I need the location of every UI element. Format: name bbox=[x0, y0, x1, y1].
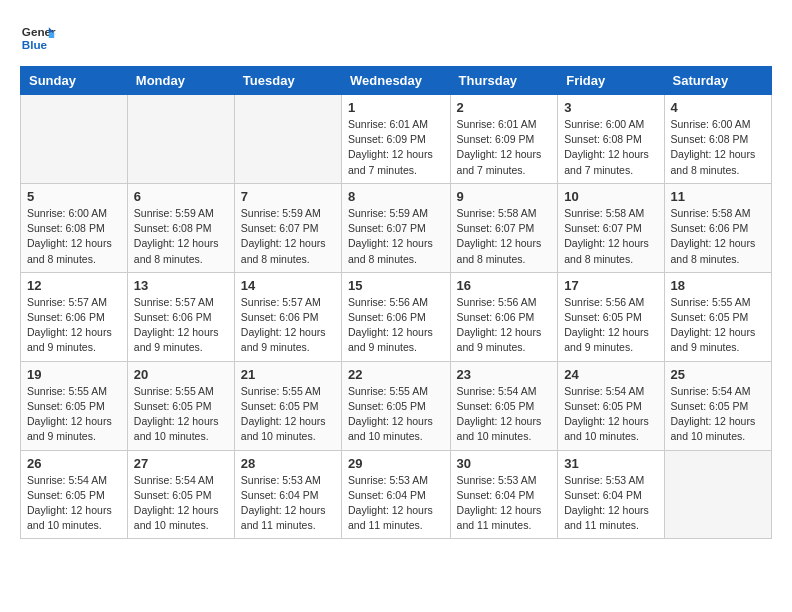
day-number: 16 bbox=[457, 278, 552, 293]
calendar-cell bbox=[234, 95, 341, 184]
day-info: Sunrise: 5:56 AM Sunset: 6:06 PM Dayligh… bbox=[457, 295, 552, 356]
day-number: 9 bbox=[457, 189, 552, 204]
day-number: 31 bbox=[564, 456, 657, 471]
day-number: 12 bbox=[27, 278, 121, 293]
calendar-cell: 18Sunrise: 5:55 AM Sunset: 6:05 PM Dayli… bbox=[664, 272, 771, 361]
calendar-cell: 11Sunrise: 5:58 AM Sunset: 6:06 PM Dayli… bbox=[664, 183, 771, 272]
calendar-cell: 26Sunrise: 5:54 AM Sunset: 6:05 PM Dayli… bbox=[21, 450, 128, 539]
day-number: 19 bbox=[27, 367, 121, 382]
day-info: Sunrise: 5:55 AM Sunset: 6:05 PM Dayligh… bbox=[671, 295, 765, 356]
day-number: 8 bbox=[348, 189, 444, 204]
day-info: Sunrise: 5:54 AM Sunset: 6:05 PM Dayligh… bbox=[134, 473, 228, 534]
calendar-cell bbox=[664, 450, 771, 539]
weekday-header-tuesday: Tuesday bbox=[234, 67, 341, 95]
day-info: Sunrise: 5:54 AM Sunset: 6:05 PM Dayligh… bbox=[671, 384, 765, 445]
calendar-cell: 7Sunrise: 5:59 AM Sunset: 6:07 PM Daylig… bbox=[234, 183, 341, 272]
day-number: 18 bbox=[671, 278, 765, 293]
calendar-cell: 27Sunrise: 5:54 AM Sunset: 6:05 PM Dayli… bbox=[127, 450, 234, 539]
day-info: Sunrise: 5:56 AM Sunset: 6:06 PM Dayligh… bbox=[348, 295, 444, 356]
calendar-cell: 21Sunrise: 5:55 AM Sunset: 6:05 PM Dayli… bbox=[234, 361, 341, 450]
day-number: 13 bbox=[134, 278, 228, 293]
weekday-header-row: SundayMondayTuesdayWednesdayThursdayFrid… bbox=[21, 67, 772, 95]
weekday-header-saturday: Saturday bbox=[664, 67, 771, 95]
calendar-cell: 31Sunrise: 5:53 AM Sunset: 6:04 PM Dayli… bbox=[558, 450, 664, 539]
day-number: 24 bbox=[564, 367, 657, 382]
day-number: 30 bbox=[457, 456, 552, 471]
day-info: Sunrise: 5:56 AM Sunset: 6:05 PM Dayligh… bbox=[564, 295, 657, 356]
day-info: Sunrise: 5:53 AM Sunset: 6:04 PM Dayligh… bbox=[457, 473, 552, 534]
day-info: Sunrise: 5:57 AM Sunset: 6:06 PM Dayligh… bbox=[27, 295, 121, 356]
day-number: 23 bbox=[457, 367, 552, 382]
day-number: 21 bbox=[241, 367, 335, 382]
day-info: Sunrise: 5:55 AM Sunset: 6:05 PM Dayligh… bbox=[348, 384, 444, 445]
day-info: Sunrise: 6:01 AM Sunset: 6:09 PM Dayligh… bbox=[457, 117, 552, 178]
day-info: Sunrise: 5:55 AM Sunset: 6:05 PM Dayligh… bbox=[134, 384, 228, 445]
calendar-cell: 12Sunrise: 5:57 AM Sunset: 6:06 PM Dayli… bbox=[21, 272, 128, 361]
day-info: Sunrise: 5:58 AM Sunset: 6:07 PM Dayligh… bbox=[457, 206, 552, 267]
day-number: 2 bbox=[457, 100, 552, 115]
week-row-3: 12Sunrise: 5:57 AM Sunset: 6:06 PM Dayli… bbox=[21, 272, 772, 361]
calendar-cell: 20Sunrise: 5:55 AM Sunset: 6:05 PM Dayli… bbox=[127, 361, 234, 450]
day-number: 22 bbox=[348, 367, 444, 382]
page-header: General Blue bbox=[20, 20, 772, 56]
week-row-1: 1Sunrise: 6:01 AM Sunset: 6:09 PM Daylig… bbox=[21, 95, 772, 184]
day-number: 10 bbox=[564, 189, 657, 204]
calendar-cell: 13Sunrise: 5:57 AM Sunset: 6:06 PM Dayli… bbox=[127, 272, 234, 361]
weekday-header-friday: Friday bbox=[558, 67, 664, 95]
calendar-cell: 29Sunrise: 5:53 AM Sunset: 6:04 PM Dayli… bbox=[342, 450, 451, 539]
calendar-cell: 15Sunrise: 5:56 AM Sunset: 6:06 PM Dayli… bbox=[342, 272, 451, 361]
calendar-cell bbox=[127, 95, 234, 184]
weekday-header-wednesday: Wednesday bbox=[342, 67, 451, 95]
calendar-cell: 6Sunrise: 5:59 AM Sunset: 6:08 PM Daylig… bbox=[127, 183, 234, 272]
calendar-cell: 1Sunrise: 6:01 AM Sunset: 6:09 PM Daylig… bbox=[342, 95, 451, 184]
calendar-cell: 14Sunrise: 5:57 AM Sunset: 6:06 PM Dayli… bbox=[234, 272, 341, 361]
day-info: Sunrise: 5:53 AM Sunset: 6:04 PM Dayligh… bbox=[348, 473, 444, 534]
day-info: Sunrise: 5:53 AM Sunset: 6:04 PM Dayligh… bbox=[564, 473, 657, 534]
day-number: 25 bbox=[671, 367, 765, 382]
calendar-cell: 24Sunrise: 5:54 AM Sunset: 6:05 PM Dayli… bbox=[558, 361, 664, 450]
day-number: 15 bbox=[348, 278, 444, 293]
calendar-cell bbox=[21, 95, 128, 184]
day-number: 5 bbox=[27, 189, 121, 204]
week-row-5: 26Sunrise: 5:54 AM Sunset: 6:05 PM Dayli… bbox=[21, 450, 772, 539]
calendar-table: SundayMondayTuesdayWednesdayThursdayFrid… bbox=[20, 66, 772, 539]
day-number: 27 bbox=[134, 456, 228, 471]
day-info: Sunrise: 5:54 AM Sunset: 6:05 PM Dayligh… bbox=[564, 384, 657, 445]
calendar-cell: 8Sunrise: 5:59 AM Sunset: 6:07 PM Daylig… bbox=[342, 183, 451, 272]
weekday-header-sunday: Sunday bbox=[21, 67, 128, 95]
day-info: Sunrise: 6:01 AM Sunset: 6:09 PM Dayligh… bbox=[348, 117, 444, 178]
calendar-cell: 22Sunrise: 5:55 AM Sunset: 6:05 PM Dayli… bbox=[342, 361, 451, 450]
calendar-cell: 23Sunrise: 5:54 AM Sunset: 6:05 PM Dayli… bbox=[450, 361, 558, 450]
day-number: 6 bbox=[134, 189, 228, 204]
calendar-cell: 10Sunrise: 5:58 AM Sunset: 6:07 PM Dayli… bbox=[558, 183, 664, 272]
calendar-cell: 16Sunrise: 5:56 AM Sunset: 6:06 PM Dayli… bbox=[450, 272, 558, 361]
day-info: Sunrise: 5:55 AM Sunset: 6:05 PM Dayligh… bbox=[27, 384, 121, 445]
day-number: 4 bbox=[671, 100, 765, 115]
day-number: 29 bbox=[348, 456, 444, 471]
day-info: Sunrise: 5:55 AM Sunset: 6:05 PM Dayligh… bbox=[241, 384, 335, 445]
calendar-cell: 28Sunrise: 5:53 AM Sunset: 6:04 PM Dayli… bbox=[234, 450, 341, 539]
day-number: 14 bbox=[241, 278, 335, 293]
day-number: 28 bbox=[241, 456, 335, 471]
day-info: Sunrise: 5:53 AM Sunset: 6:04 PM Dayligh… bbox=[241, 473, 335, 534]
calendar-cell: 4Sunrise: 6:00 AM Sunset: 6:08 PM Daylig… bbox=[664, 95, 771, 184]
day-number: 3 bbox=[564, 100, 657, 115]
day-number: 11 bbox=[671, 189, 765, 204]
svg-text:Blue: Blue bbox=[22, 38, 48, 51]
day-number: 1 bbox=[348, 100, 444, 115]
day-info: Sunrise: 5:57 AM Sunset: 6:06 PM Dayligh… bbox=[241, 295, 335, 356]
calendar-cell: 17Sunrise: 5:56 AM Sunset: 6:05 PM Dayli… bbox=[558, 272, 664, 361]
weekday-header-monday: Monday bbox=[127, 67, 234, 95]
svg-marker-3 bbox=[49, 33, 54, 38]
calendar-cell: 2Sunrise: 6:01 AM Sunset: 6:09 PM Daylig… bbox=[450, 95, 558, 184]
day-info: Sunrise: 5:59 AM Sunset: 6:07 PM Dayligh… bbox=[348, 206, 444, 267]
logo-icon: General Blue bbox=[20, 20, 56, 56]
calendar-cell: 30Sunrise: 5:53 AM Sunset: 6:04 PM Dayli… bbox=[450, 450, 558, 539]
week-row-4: 19Sunrise: 5:55 AM Sunset: 6:05 PM Dayli… bbox=[21, 361, 772, 450]
weekday-header-thursday: Thursday bbox=[450, 67, 558, 95]
calendar-cell: 25Sunrise: 5:54 AM Sunset: 6:05 PM Dayli… bbox=[664, 361, 771, 450]
calendar-cell: 9Sunrise: 5:58 AM Sunset: 6:07 PM Daylig… bbox=[450, 183, 558, 272]
day-number: 20 bbox=[134, 367, 228, 382]
day-info: Sunrise: 5:54 AM Sunset: 6:05 PM Dayligh… bbox=[27, 473, 121, 534]
day-info: Sunrise: 5:59 AM Sunset: 6:08 PM Dayligh… bbox=[134, 206, 228, 267]
